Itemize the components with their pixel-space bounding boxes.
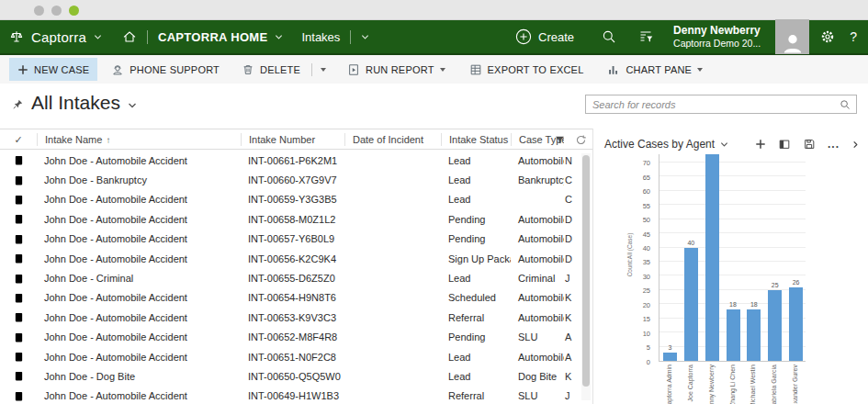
table-row[interactable]: John Doe - Dog BiteINT-00650-Q5Q5W0LeadD… bbox=[0, 366, 581, 386]
record-icon bbox=[0, 292, 37, 304]
column-header-intake-status[interactable]: Intake Status bbox=[441, 133, 511, 146]
chart-bar[interactable] bbox=[727, 309, 740, 361]
scrollbar-thumb[interactable] bbox=[582, 155, 590, 387]
chevron-down-icon[interactable] bbox=[128, 101, 137, 110]
record-icon bbox=[13, 233, 25, 245]
window-control-icon[interactable] bbox=[34, 6, 44, 16]
column-header-intake-name[interactable]: Intake Name↑ bbox=[37, 133, 241, 146]
record-icon bbox=[13, 194, 25, 206]
gridline bbox=[659, 204, 806, 205]
cell-case-type: Criminal bbox=[511, 273, 564, 284]
expand-chart-icon[interactable] bbox=[778, 138, 791, 151]
export-excel-button[interactable]: EXPORT TO EXCEL bbox=[461, 58, 592, 81]
record-icon bbox=[13, 252, 25, 264]
avatar[interactable] bbox=[775, 19, 809, 54]
window-control-icon[interactable] bbox=[69, 6, 79, 16]
cell-intake-number: INT-00658-M0Z1L2 bbox=[241, 214, 344, 225]
chart-pane-button[interactable]: CHART PANE bbox=[599, 58, 711, 81]
delete-button[interactable]: DELETE bbox=[233, 58, 309, 81]
chevron-down-icon[interactable] bbox=[275, 33, 283, 41]
run-report-label: RUN REPORT bbox=[366, 64, 434, 75]
table-row[interactable]: John Doe - Automobile AccidentINT-00654-… bbox=[0, 288, 581, 308]
person-icon bbox=[781, 30, 805, 54]
page-title[interactable]: All Intakes bbox=[31, 92, 120, 114]
record-icon bbox=[0, 370, 37, 382]
table-row[interactable]: John Doe - Automobile AccidentINT-00657-… bbox=[0, 230, 581, 249]
table-row[interactable]: John Doe - Automobile AccidentINT-00649-… bbox=[0, 387, 581, 404]
global-search-icon[interactable] bbox=[602, 29, 616, 44]
more-commands-icon[interactable]: ... bbox=[828, 140, 840, 148]
cell-case-type: SLU bbox=[511, 331, 564, 342]
chart-bar[interactable] bbox=[747, 309, 761, 361]
help-button[interactable]: ? bbox=[850, 29, 857, 44]
advanced-find-icon[interactable] bbox=[638, 29, 653, 44]
y-tick-label: 5 bbox=[647, 343, 650, 352]
record-icon bbox=[0, 233, 37, 245]
table-row[interactable]: John Doe - Automobile AccidentINT-00658-… bbox=[0, 209, 581, 229]
search-input[interactable] bbox=[586, 99, 840, 110]
cell-case-type: Automobile Acci... bbox=[511, 214, 564, 225]
chart-bar[interactable] bbox=[663, 353, 677, 361]
cell-intake-number: INT-00657-Y6B0L9 bbox=[241, 233, 344, 244]
save-chart-icon[interactable] bbox=[803, 138, 816, 151]
cell-intake-number: INT-00656-K2C9K4 bbox=[241, 253, 344, 264]
record-icon bbox=[0, 194, 37, 206]
new-case-button[interactable]: NEW CASE bbox=[9, 58, 97, 81]
chart-plot: 3407318182526 bbox=[659, 154, 806, 362]
y-tick-label: 30 bbox=[643, 273, 650, 281]
refresh-icon[interactable] bbox=[575, 134, 587, 146]
run-report-button[interactable]: RUN REPORT bbox=[339, 58, 454, 81]
scales-icon bbox=[9, 29, 24, 44]
home-icon[interactable] bbox=[122, 29, 137, 44]
chart-title[interactable]: Active Cases by Agent bbox=[604, 138, 715, 151]
cell-intake-number: INT-00651-N0F2C8 bbox=[241, 352, 344, 363]
chart-bar[interactable] bbox=[684, 248, 698, 361]
cell-intake-name: John Doe - Dog Bite bbox=[37, 371, 241, 382]
chart-pane-label: CHART PANE bbox=[626, 64, 692, 75]
cell-truncated: K bbox=[564, 371, 572, 382]
table-row[interactable]: John Doe - Automobile AccidentINT-00652-… bbox=[0, 328, 581, 347]
cell-intake-status: Sign Up Package bbox=[441, 253, 511, 264]
grid-scrollbar[interactable] bbox=[581, 153, 591, 400]
phone-support-button[interactable]: PHONE SUPPORT bbox=[103, 58, 228, 81]
search-icon[interactable] bbox=[840, 99, 851, 110]
chart-bar[interactable] bbox=[789, 287, 803, 361]
table-row[interactable]: John Doe - Automobile AccidentINT-00651-… bbox=[0, 347, 581, 366]
record-icon bbox=[0, 390, 37, 402]
filter-icon[interactable] bbox=[554, 134, 566, 146]
cell-intake-status: Lead bbox=[441, 352, 511, 363]
table-row[interactable]: John Doe - Automobile AccidentINT-00656-… bbox=[0, 249, 581, 268]
collapse-chart-pane-icon[interactable] bbox=[851, 140, 860, 149]
select-all-checkbox[interactable]: ✓ bbox=[0, 133, 37, 146]
chevron-down-icon[interactable] bbox=[361, 33, 369, 41]
y-tick-label: 45 bbox=[643, 230, 650, 239]
user-menu[interactable]: Denny Newberry Captorra Demo 20... bbox=[673, 25, 761, 49]
table-row[interactable]: John Doe - CriminalINT-00655-D6Z5Z0LeadC… bbox=[0, 268, 581, 287]
column-header-date-of-incident[interactable]: Date of Incident bbox=[344, 133, 441, 146]
table-row[interactable]: John Doe - BankruptcyINT-00660-X7G9V7Lea… bbox=[0, 170, 581, 189]
captorra-crm-window: Captorra CAPTORRA HOME Intakes Create De… bbox=[0, 0, 868, 404]
plus-icon bbox=[17, 64, 28, 75]
window-control-icon[interactable] bbox=[51, 6, 62, 16]
delete-label: DELETE bbox=[260, 64, 300, 75]
table-row[interactable]: John Doe - Automobile AccidentINT-00653-… bbox=[0, 308, 581, 327]
chevron-down-icon[interactable] bbox=[720, 140, 728, 149]
add-chart-icon[interactable] bbox=[755, 139, 766, 150]
nav-item-captorra-home[interactable]: CAPTORRA HOME bbox=[158, 30, 267, 44]
pin-icon[interactable] bbox=[12, 98, 24, 110]
gear-icon[interactable] bbox=[820, 29, 835, 44]
create-button[interactable]: Create bbox=[515, 28, 574, 45]
cell-truncated: K bbox=[564, 292, 572, 303]
chart-bar[interactable] bbox=[705, 154, 719, 361]
delete-dropdown-button[interactable] bbox=[315, 58, 332, 81]
table-row[interactable]: John Doe - Automobile AccidentINT-00661-… bbox=[0, 151, 581, 170]
chevron-down-icon[interactable] bbox=[94, 33, 102, 41]
trash-icon bbox=[242, 63, 254, 76]
brand-name[interactable]: Captorra bbox=[31, 29, 86, 45]
y-tick-label: 70 bbox=[643, 159, 650, 167]
table-row[interactable]: John Doe - Automobile AccidentINT-00659-… bbox=[0, 190, 581, 209]
chart-bar[interactable] bbox=[768, 290, 782, 361]
plus-circle-icon bbox=[515, 28, 532, 45]
column-header-intake-number[interactable]: Intake Number bbox=[241, 133, 344, 146]
nav-item-intakes[interactable]: Intakes bbox=[301, 30, 340, 44]
